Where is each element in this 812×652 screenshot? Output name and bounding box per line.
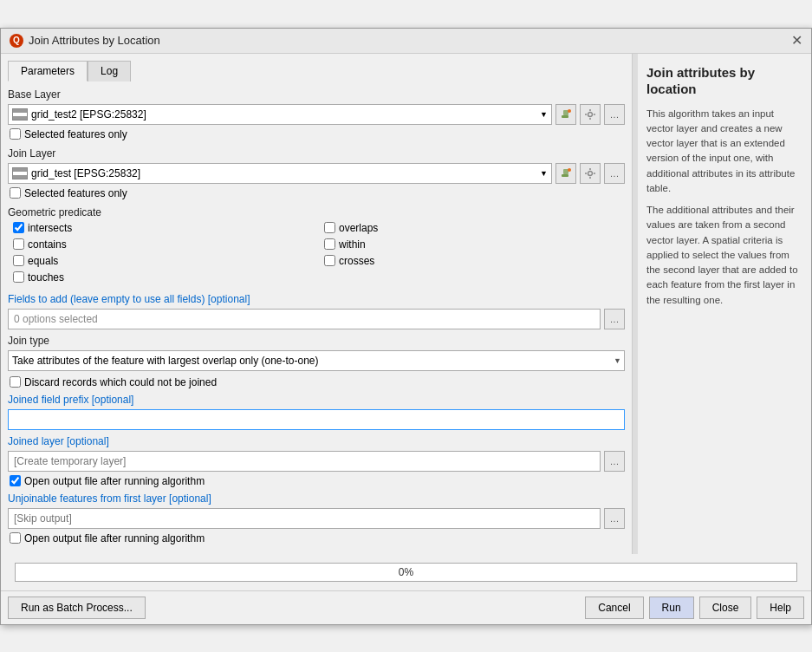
base-layer-more-btn[interactable]: …: [604, 104, 625, 125]
predicate-overlaps-label: overlaps: [339, 222, 378, 234]
join-settings-icon: [584, 167, 596, 179]
discard-records-checkbox[interactable]: [10, 376, 21, 388]
joined-layer-more-btn[interactable]: …: [604, 451, 625, 472]
predicate-crosses-checkbox[interactable]: [324, 255, 335, 266]
open-output-1-row: Open output file after running algorithm: [10, 475, 625, 487]
join-selected-features-checkbox[interactable]: [10, 187, 21, 199]
predicate-contains-label: contains: [28, 238, 67, 251]
discard-records-row: Discard records which could not be joine…: [10, 376, 625, 388]
join-layer-label: Join Layer: [8, 147, 625, 160]
fields-row: 0 options selected …: [8, 309, 625, 329]
join-layer-settings-btn[interactable]: [580, 163, 601, 184]
app-icon: Q: [10, 34, 23, 48]
title-bar: Q Join Attributes by Location ✕: [1, 29, 811, 54]
unjoinable-features-label: Unjoinable features from first layer [op…: [8, 492, 625, 505]
progress-section: 0%: [1, 554, 811, 590]
open-output-1-checkbox[interactable]: [10, 475, 21, 486]
join-type-select[interactable]: Take attributes of the feature with larg…: [8, 350, 625, 371]
main-area: Parameters Log Base Layer grid_test2 [EP…: [1, 54, 811, 554]
left-panel: Parameters Log Base Layer grid_test2 [EP…: [1, 54, 633, 554]
settings-icon: [584, 108, 596, 121]
join-layer-arrow: ▼: [540, 169, 548, 178]
join-layer-more-btn[interactable]: …: [604, 163, 625, 184]
geometric-predicate-label: Geometric predicate: [8, 206, 625, 218]
base-selected-features-checkbox[interactable]: [10, 128, 21, 140]
help-button[interactable]: Help: [757, 597, 804, 619]
svg-rect-8: [562, 174, 568, 177]
tab-parameters[interactable]: Parameters: [8, 61, 88, 82]
edit-icon: [560, 108, 572, 121]
base-layer-edit-btn[interactable]: [555, 104, 576, 125]
join-selected-features-label: Selected features only: [24, 187, 127, 199]
discard-records-label: Discard records which could not be joine…: [24, 376, 217, 388]
tab-bar: Parameters Log: [8, 61, 625, 82]
base-layer-row: grid_test2 [EPSG:25832] ▼: [8, 104, 625, 125]
progress-bar: 0%: [15, 563, 797, 582]
predicate-overlaps-checkbox[interactable]: [324, 222, 335, 233]
unjoinable-features-row: …: [8, 508, 625, 529]
joined-layer-input[interactable]: [8, 451, 601, 472]
base-selected-features-label: Selected features only: [24, 128, 127, 140]
predicate-touches-label: touches: [28, 271, 64, 284]
unjoinable-features-input[interactable]: [8, 508, 601, 529]
predicate-intersects-label: intersects: [28, 222, 72, 234]
base-layer-value: grid_test2 [EPSG:25832]: [31, 108, 536, 121]
predicate-touches-checkbox[interactable]: [13, 271, 24, 283]
window-title: Join Attributes by Location: [29, 34, 160, 47]
join-layer-row: grid_test [EPSG:25832] ▼: [8, 163, 625, 184]
close-dialog-button[interactable]: Close: [699, 597, 752, 619]
main-window: Q Join Attributes by Location ✕ Paramete…: [0, 28, 812, 625]
join-edit-icon: [560, 167, 572, 179]
bottom-button-bar: Run as Batch Process... Cancel Run Close…: [1, 590, 811, 624]
right-panel: Join attributes by location This algorit…: [638, 54, 811, 554]
join-layer-value: grid_test [EPSG:25832]: [31, 167, 536, 179]
tab-log[interactable]: Log: [88, 61, 131, 82]
open-output-1-label: Open output file after running algorithm: [24, 475, 205, 487]
fields-label: Fields to add (leave empty to use all fi…: [8, 293, 625, 305]
help-para2: The additional attributes and their valu…: [646, 203, 802, 308]
cancel-button[interactable]: Cancel: [585, 597, 643, 619]
joined-field-prefix-label: Joined field prefix [optional]: [8, 394, 625, 406]
predicate-equals-label: equals: [28, 255, 58, 267]
join-layer-edit-btn[interactable]: [555, 163, 576, 184]
title-bar-left: Q Join Attributes by Location: [10, 34, 160, 48]
open-output-2-checkbox[interactable]: [10, 532, 21, 544]
run-as-batch-button[interactable]: Run as Batch Process...: [8, 597, 146, 619]
svg-point-2: [568, 109, 571, 113]
joined-field-prefix-input[interactable]: [8, 409, 625, 430]
unjoinable-features-more-btn[interactable]: …: [604, 508, 625, 529]
predicate-within-label: within: [339, 238, 366, 251]
help-title: Join attributes by location: [646, 64, 802, 98]
joined-layer-label: Joined layer [optional]: [8, 435, 625, 447]
join-type-label: Join type: [8, 335, 625, 347]
predicate-within-row: within: [324, 238, 625, 251]
predicate-contains-checkbox[interactable]: [13, 238, 24, 250]
run-button[interactable]: Run: [649, 597, 694, 619]
predicate-overlaps-row: overlaps: [324, 222, 625, 234]
join-layer-combo[interactable]: grid_test [EPSG:25832] ▼: [8, 163, 552, 184]
joined-layer-row: …: [8, 451, 625, 472]
predicate-equals-checkbox[interactable]: [13, 255, 24, 266]
predicate-intersects-checkbox[interactable]: [13, 222, 24, 233]
close-button[interactable]: ✕: [791, 34, 802, 48]
svg-point-3: [588, 112, 593, 116]
join-layer-icon: [12, 167, 28, 179]
unjoinable-more-icon: …: [610, 513, 620, 524]
fields-more-btn[interactable]: …: [604, 309, 625, 329]
help-para1: This algorithm takes an input vector lay…: [646, 107, 802, 197]
fields-input: 0 options selected: [8, 309, 601, 329]
content-area: Parameters Log Base Layer grid_test2 [EP…: [1, 54, 811, 624]
svg-rect-0: [562, 115, 568, 118]
svg-point-10: [568, 168, 571, 172]
join-more-icon: …: [610, 168, 620, 179]
predicate-crosses-label: crosses: [339, 255, 374, 267]
fields-placeholder: 0 options selected: [14, 313, 98, 325]
more-icon: …: [610, 109, 620, 120]
base-layer-combo[interactable]: grid_test2 [EPSG:25832] ▼: [8, 104, 552, 125]
predicate-within-checkbox[interactable]: [324, 238, 335, 250]
geometric-predicate-grid: intersects overlaps contains within: [11, 222, 625, 286]
base-layer-settings-btn[interactable]: [580, 104, 601, 125]
join-selected-features-row: Selected features only: [10, 187, 625, 199]
base-layer-icon: [12, 108, 28, 121]
join-type-wrapper: Take attributes of the feature with larg…: [8, 350, 625, 371]
